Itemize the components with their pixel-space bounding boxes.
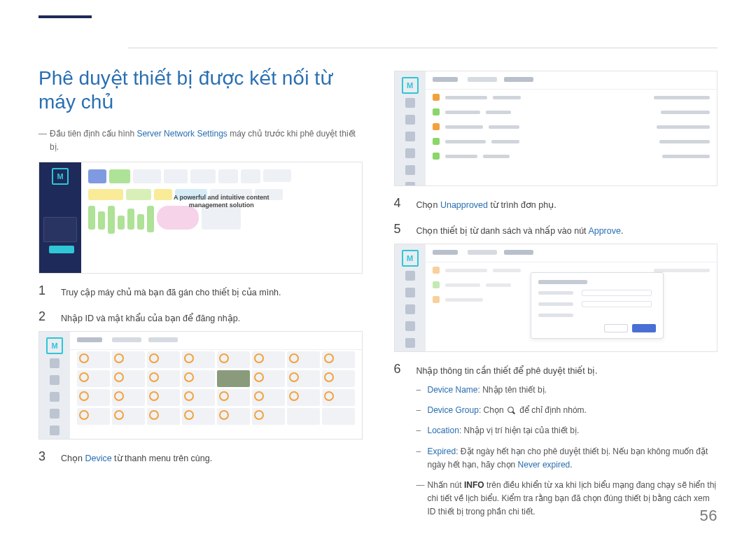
step-number: 4 — [394, 196, 404, 211]
approve-link: Approve — [588, 226, 621, 236]
content-columns: Phê duyệt thiết bị được kết nối từ máy c… — [38, 66, 718, 499]
step-text: Chọn Unapproved từ trình đơn phụ. — [416, 196, 718, 212]
step-text: Nhập thông tin cần thiết để phê duyệt th… — [416, 362, 718, 378]
intro-note: ― Đầu tiên định cấu hình Server Network … — [38, 127, 363, 154]
step-number: 5 — [394, 222, 404, 237]
sub-device-name: – Device Name: Nhập tên thiết bị. — [416, 384, 718, 397]
dash-icon: ― — [38, 127, 50, 154]
step-number: 2 — [38, 309, 48, 324]
dash-icon: ― — [416, 479, 428, 519]
dash-icon: – — [416, 424, 428, 437]
screenshot-tagline: A powerful and intuitive content managem… — [174, 194, 270, 210]
logo-icon: M — [402, 250, 419, 267]
dash-icon: – — [416, 384, 428, 397]
step-1: 1 Truy cập máy chủ mà bạn đã gán cho thi… — [38, 283, 363, 300]
screenshot-approve-dialog: M — [394, 244, 718, 352]
step-text: Chọn thiết bị từ danh sách và nhấp vào n… — [416, 222, 718, 238]
intro-note-body: Đầu tiên định cấu hình Server Network Se… — [50, 127, 363, 154]
server-network-settings-link: Server Network Settings — [136, 129, 227, 139]
unapproved-link: Unapproved — [440, 200, 488, 210]
device-link: Device — [85, 454, 111, 463]
step-4: 4 Chọn Unapproved từ trình đơn phụ. — [394, 196, 718, 212]
step-5: 5 Chọn thiết bị từ danh sách và nhấp vào… — [394, 222, 718, 238]
logo-icon: M — [46, 337, 63, 354]
step-text: Chọn Device từ thanh menu trên cùng. — [61, 449, 363, 465]
step-2: 2 Nhập ID và mật khẩu của bạn để đăng nh… — [38, 309, 363, 325]
sub-expired: – Expired: Đặt ngày hết hạn cho phê duyệ… — [416, 445, 718, 472]
left-column: Phê duyệt thiết bị được kết nối từ máy c… — [38, 66, 363, 499]
search-icon — [507, 407, 516, 415]
step-number: 6 — [394, 362, 404, 377]
header-accent-bar — [38, 15, 92, 18]
screenshot-login: M — [38, 162, 363, 274]
step-text: Truy cập máy chủ mà bạn đã gán cho thiết… — [61, 283, 363, 300]
dash-icon: – — [416, 404, 428, 417]
step-3: 3 Chọn Device từ thanh menu trên cùng. — [38, 449, 363, 465]
sub-device-group: – Device Group: Chọn để chỉ định nhóm. — [416, 404, 718, 417]
screenshot-content-grid: M — [38, 331, 363, 440]
step-6: 6 Nhập thông tin cần thiết để phê duyệt … — [394, 362, 718, 378]
sub-info-note: ― Nhấn nút INFO trên điều khiển từ xa kh… — [416, 479, 718, 519]
sub-location: – Location: Nhập vị trí hiện tại của thi… — [416, 424, 718, 437]
right-column: M 4 Chọn Unapp — [394, 66, 718, 499]
logo-icon: M — [402, 77, 419, 94]
header-divider — [128, 48, 718, 48]
step-number: 3 — [38, 449, 48, 464]
logo-icon: M — [52, 168, 69, 185]
step-6-sublist: – Device Name: Nhập tên thiết bị. – Devi… — [416, 384, 718, 519]
dash-icon: – — [416, 445, 428, 472]
step-text: Nhập ID và mật khẩu của bạn để đăng nhập… — [61, 309, 363, 325]
screenshot-device-list: M — [394, 71, 718, 186]
section-heading: Phê duyệt thiết bị được kết nối từ máy c… — [38, 66, 363, 113]
step-number: 1 — [38, 283, 48, 298]
